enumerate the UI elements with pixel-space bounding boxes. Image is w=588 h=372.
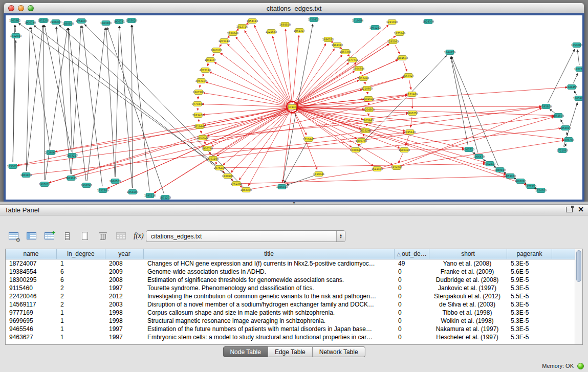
column-header-title[interactable]: title [144,249,395,259]
graph-node[interactable]: 1789341 [350,148,361,152]
graph-node[interactable]: 1853017 [560,126,571,130]
table-scrollbar[interactable] [575,249,582,344]
graph-node[interactable]: 1863385 [66,176,77,181]
table-row[interactable]: 1938455462009Genome-wide association stu… [6,268,576,276]
graph-node[interactable]: 3210600 [361,86,373,91]
graph-node[interactable]: 1924502 [391,165,402,170]
graph-node[interactable]: 1612043 [10,34,21,38]
graph-node[interactable]: 1221390 [386,20,398,25]
network-canvas[interactable]: 1724019541131812726228064812751141860123… [4,13,584,202]
graph-node[interactable]: 1862504 [553,114,564,118]
graph-node[interactable]: 1961312 [332,43,343,48]
table-row[interactable]: 1830029562008Estimation of significance … [6,276,576,284]
graph-node[interactable]: 1944879 [444,50,455,55]
graph-node[interactable]: 1863380 [100,21,112,26]
graph-node[interactable]: 1905013 [39,182,50,187]
graph-node[interactable]: 7623400 [192,113,204,118]
new-file-button[interactable] [78,229,92,243]
graph-node[interactable]: 1906742 [81,183,92,188]
table-settings-button[interactable] [6,229,20,243]
graph-node[interactable]: 1895216 [144,193,156,198]
column-header-short[interactable]: short [429,249,507,259]
float-panel-icon[interactable] [566,207,573,212]
graph-node[interactable]: 1619604 [352,18,363,23]
graph-node[interactable]: 1880904 [222,174,233,179]
table-row[interactable]: 977716911998Corpus callosum shape and si… [6,309,576,317]
graph-node[interactable]: 1841455 [566,85,577,90]
graph-node[interactable]: 1696335 [322,37,334,42]
network-graph[interactable]: 1724019541131812726228064812751141860123… [6,15,582,200]
graph-node[interactable]: 1905903 [573,96,582,101]
graph-node[interactable]: 1751198 [207,157,219,161]
graph-node[interactable]: 1812726 [236,25,248,29]
graph-node[interactable]: 1495758 [356,139,367,143]
graph-node[interactable]: 1824304 [423,19,434,24]
column-header-name[interactable]: name [6,249,57,259]
graph-node[interactable]: 1863380 [241,188,252,192]
graph-node[interactable]: 1906744 [25,20,36,25]
graph-node[interactable]: 1681612 [363,97,374,101]
graph-node[interactable]: 1819041 [313,172,324,177]
table-row[interactable]: 1872400712008Changes of HCN gene express… [6,259,576,268]
column-header-in-degree[interactable]: in_degree [57,249,105,259]
graph-node[interactable]: 1827741 [574,67,582,72]
table-row[interactable]: 946554611997Estimation of the future num… [6,325,576,333]
graph-node[interactable]: 1924500 [535,188,547,193]
graph-node[interactable]: 1619246 [360,128,371,133]
graph-node[interactable]: 1860123 [211,48,222,53]
graph-node[interactable]: 1961242 [369,26,381,30]
graph-node[interactable]: 1604744 [353,67,364,71]
graph-node[interactable]: 1871210 [525,184,536,189]
graph-node[interactable]: 1852209 [97,188,108,193]
graph-node[interactable]: 1841147 [205,58,216,62]
table-row[interactable]: 1456911722003Disruption of a novel membe… [6,300,576,309]
graph-node[interactable]: 1495149 [404,130,416,135]
delete-rows-button[interactable] [96,229,110,243]
graph-node[interactable]: 1275114 [219,39,230,43]
graph-node[interactable]: 1906741 [114,19,125,24]
graph-node[interactable]: 1893217 [67,154,78,158]
table-row[interactable]: 911546021997Tourette syndrome. Phenomeno… [6,284,576,292]
graph-node[interactable]: 1906470 [473,155,485,159]
graph-node[interactable]: 7619444 [194,124,205,129]
graph-node[interactable]: 1852210 [484,162,495,166]
graph-node[interactable]: 2206000 [50,20,61,25]
graph-node[interactable]: 1853029 [126,18,137,23]
graph-node[interactable]: 1877711 [347,58,358,62]
table-row[interactable]: 946362711997Embryonic stem cells: a mode… [6,333,576,341]
scrollbar-thumb[interactable] [576,250,581,282]
graph-node[interactable]: 1151469 [406,92,418,97]
graph-node[interactable]: 9773431 [192,102,203,106]
table-selector-dropdown[interactable]: citations_edges.txt ▲▼ [146,230,345,242]
column-header-pagerank[interactable]: pagerank [507,249,552,259]
graph-node[interactable]: 1961317 [294,29,305,33]
graph-node[interactable]: 1481503 [397,56,408,60]
tab-edge-table[interactable]: Edge Table [268,346,313,357]
graph-node[interactable]: 1850413 [308,17,319,22]
graph-node[interactable]: 1857348 [340,50,351,54]
tab-network-table[interactable]: Network Table [313,346,365,357]
graph-node[interactable]: 1669590 [279,23,291,27]
graph-node[interactable]: 1954113 [247,19,258,24]
graph-node[interactable]: 1853060 [505,174,516,179]
graph-node[interactable]: 1853080 [571,43,582,48]
close-panel-icon[interactable]: ✕ [578,206,584,213]
graph-node[interactable]: 3067100 [195,79,207,83]
graph-node[interactable]: 17240 [287,101,298,113]
graph-node[interactable]: 1595800 [540,104,552,109]
graph-node[interactable]: 1863710 [463,147,474,152]
graph-node[interactable]: 1685493 [399,148,410,152]
graph-node[interactable]: 1906744 [202,146,213,151]
graph-node[interactable]: 1512481 [372,167,383,171]
function-builder-button[interactable]: f(x) [132,229,146,243]
table-add-button[interactable] [42,229,56,243]
graph-node[interactable]: 1853013 [7,164,18,169]
column-header-year[interactable]: year [105,249,144,259]
tab-node-table[interactable]: Node Table [223,346,268,357]
graph-node[interactable]: 2204800 [363,107,375,112]
graph-node[interactable]: 2075213 [214,166,225,170]
column-header-out-degree[interactable]: △out_de… [395,249,429,259]
graph-node[interactable]: 1880910 [494,168,506,172]
graph-node[interactable]: 4275120 [200,68,211,73]
select-columns-button[interactable] [24,229,38,243]
